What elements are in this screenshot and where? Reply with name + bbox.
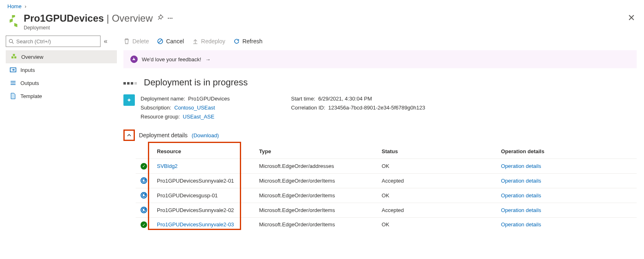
label: Deployment name:	[141, 96, 185, 102]
table-row: Pro1GPUDevicesSunnyvale2-01Microsoft.Edg…	[136, 173, 637, 188]
operation-details-link[interactable]: Operation details	[501, 221, 541, 228]
resource-type: Microsoft.EdgeOrder/orderItems	[254, 217, 377, 232]
value: 123456a-7bcd-8901-2e34-5f6789g0h123	[328, 105, 425, 111]
subscription-link[interactable]: Contoso_USEast	[174, 105, 215, 111]
collapse-sidebar-icon[interactable]: «	[104, 38, 107, 45]
resource-status: OK	[377, 159, 496, 174]
col-resource: Resource	[152, 144, 254, 159]
svg-rect-1	[14, 23, 18, 27]
resource-status: OK	[377, 188, 496, 203]
status-title: Deployment is in progress	[144, 77, 248, 88]
svg-rect-7	[13, 54, 15, 56]
pin-icon[interactable]	[157, 14, 163, 22]
sidebar-item-inputs[interactable]: Inputs	[6, 63, 117, 76]
resource-name: Pro1GPUDevicesgusp-01	[157, 192, 218, 199]
resource-group-link[interactable]: USEast_ASE	[183, 114, 214, 120]
resource-type: Microsoft.EdgeOrder/orderItems	[254, 173, 377, 188]
resource-name: Pro1GPUDevicesSunnyvale2-02	[157, 207, 234, 213]
inputs-icon	[10, 67, 16, 73]
resource-status: OK	[377, 217, 496, 232]
svg-rect-6	[14, 56, 16, 58]
search-input[interactable]	[6, 36, 101, 47]
more-icon[interactable]: ···	[168, 15, 173, 22]
page-header: Pro1GPUDevices | Overview ··· Deployment…	[0, 10, 644, 33]
value: 6/29/2021, 4:30:04 PM	[318, 96, 372, 102]
label: Correlation ID:	[291, 105, 325, 111]
collapse-toggle[interactable]	[123, 130, 135, 141]
svg-line-4	[12, 42, 13, 43]
close-icon[interactable]: ✕	[628, 13, 637, 23]
operation-details-link[interactable]: Operation details	[501, 192, 541, 199]
progress-dots-icon	[123, 80, 138, 86]
svg-line-13	[159, 40, 162, 43]
download-link[interactable]: (Download)	[192, 132, 219, 138]
chevron-up-icon	[127, 133, 132, 138]
main-content: Delete Cancel Redeploy Refresh ➤ We'd lo…	[117, 33, 644, 240]
sidebar-label: Template	[20, 93, 42, 99]
cancel-icon	[157, 38, 163, 45]
template-icon	[10, 93, 16, 99]
status-ok-icon: ✓	[141, 221, 147, 228]
status-ok-icon: ✓	[141, 163, 147, 170]
table-row: ✓Pro1GPUDevicesSunnyvale2-03Microsoft.Ed…	[136, 217, 637, 232]
toolbar: Delete Cancel Redeploy Refresh	[117, 33, 637, 50]
operation-details-link[interactable]: Operation details	[501, 178, 541, 184]
resource-type: Microsoft.EdgeOrder/orderItems	[254, 203, 377, 217]
operation-details-link[interactable]: Operation details	[501, 207, 541, 213]
deployment-status: Deployment is in progress	[123, 77, 637, 88]
resource-status: Accepted	[377, 203, 496, 217]
svg-rect-2	[12, 15, 15, 18]
redeploy-icon	[192, 38, 199, 45]
delete-button: Delete	[123, 38, 149, 45]
breadcrumb-home[interactable]: Home	[7, 3, 22, 9]
resource-status: Accepted	[377, 173, 496, 188]
feedback-banner[interactable]: ➤ We'd love your feedback! →	[123, 50, 637, 68]
svg-rect-5	[11, 56, 13, 58]
outputs-icon	[10, 80, 16, 86]
feedback-icon: ➤	[129, 54, 139, 65]
status-progress-icon	[141, 177, 147, 184]
svg-rect-0	[10, 18, 13, 22]
label: Resource group:	[141, 114, 180, 120]
col-status: Status	[377, 144, 496, 159]
sidebar-label: Outputs	[20, 80, 39, 86]
label: Subscription:	[141, 105, 171, 111]
resource-link[interactable]: SVBldg2	[157, 163, 178, 169]
deployment-meta: ✦ Deployment name: Pro1GPUDevices Subscr…	[123, 94, 637, 121]
sidebar-item-template[interactable]: Template	[6, 89, 117, 103]
resource-type: Microsoft.EdgeOrder/addresses	[254, 159, 377, 174]
page-title: Pro1GPUDevices | Overview	[24, 13, 153, 24]
status-progress-icon	[141, 207, 147, 213]
details-label: Deployment details	[139, 132, 188, 138]
chevron-right-icon: ›	[23, 3, 28, 9]
trash-icon	[123, 38, 130, 45]
deployment-icon	[7, 15, 20, 27]
sidebar-label: Overview	[21, 54, 43, 60]
svg-point-3	[9, 39, 13, 42]
operation-details-link[interactable]: Operation details	[501, 163, 541, 169]
table-row: Pro1GPUDevicesSunnyvale2-02Microsoft.Edg…	[136, 203, 637, 217]
status-progress-icon	[141, 192, 147, 199]
page-subtitle: Deployment	[24, 25, 173, 31]
feedback-text: We'd love your feedback!	[142, 56, 201, 63]
table-row: Pro1GPUDevicesgusp-01Microsoft.EdgeOrder…	[136, 188, 637, 203]
refresh-icon	[233, 38, 240, 45]
value: Pro1GPUDevices	[188, 96, 230, 102]
sidebar: « Overview Inputs Outputs Template	[0, 33, 117, 240]
deployment-badge-icon: ✦	[123, 94, 135, 106]
resource-type: Microsoft.EdgeOrder/orderItems	[254, 188, 377, 203]
sidebar-item-overview[interactable]: Overview	[6, 50, 117, 63]
sidebar-item-outputs[interactable]: Outputs	[6, 76, 117, 89]
refresh-button[interactable]: Refresh	[233, 38, 262, 45]
deployment-details-header: Deployment details (Download)	[123, 130, 637, 141]
overview-icon	[11, 54, 17, 60]
search-icon	[9, 38, 14, 44]
cancel-button[interactable]: Cancel	[157, 38, 184, 45]
breadcrumb: Home ›	[0, 0, 644, 10]
sidebar-label: Inputs	[20, 67, 35, 73]
redeploy-button: Redeploy	[192, 38, 225, 45]
resource-name: Pro1GPUDevicesSunnyvale2-01	[157, 178, 234, 184]
resource-link[interactable]: Pro1GPUDevicesSunnyvale2-03	[157, 221, 234, 228]
deployment-details-table: Resource Type Status Operation details ✓…	[136, 144, 637, 232]
arrow-right-icon: →	[205, 56, 210, 63]
